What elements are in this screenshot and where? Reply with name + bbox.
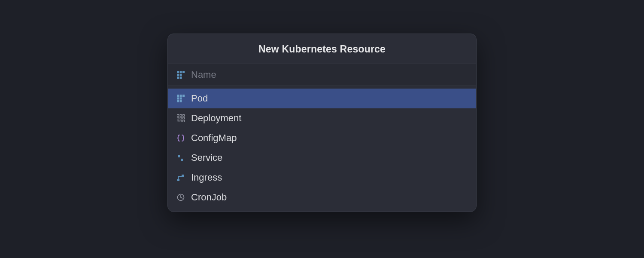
svg-rect-8 <box>180 95 182 97</box>
network-icon <box>176 173 185 182</box>
grid-icon <box>176 71 185 79</box>
svg-rect-11 <box>180 98 182 100</box>
resource-item-label: ConfigMap <box>191 132 237 144</box>
resource-item-label: Deployment <box>191 113 241 124</box>
svg-rect-24 <box>181 159 183 161</box>
svg-rect-14 <box>177 115 179 117</box>
resource-item-configmap[interactable]: ConfigMap <box>168 128 476 148</box>
dialog-title: New Kubernetes Resource <box>168 43 476 55</box>
svg-rect-7 <box>177 95 179 97</box>
resource-item-label: CronJob <box>191 192 227 203</box>
resource-item-label: Pod <box>191 93 208 104</box>
svg-rect-6 <box>180 77 182 79</box>
resource-item-label: Service <box>191 152 222 163</box>
dialog-header: New Kubernetes Resource <box>168 34 476 64</box>
resource-item-ingress[interactable]: Ingress <box>168 168 476 187</box>
clock-icon <box>176 193 185 202</box>
resource-list: Pod Deployment <box>168 86 476 212</box>
new-resource-dialog: New Kubernetes Resource <box>167 34 477 212</box>
resource-item-cronjob[interactable]: CronJob <box>168 187 476 207</box>
svg-rect-10 <box>177 98 179 100</box>
svg-rect-0 <box>177 71 179 73</box>
braces-icon <box>176 134 185 142</box>
grid-outline-icon <box>176 114 185 123</box>
name-input-row <box>168 64 476 86</box>
svg-rect-19 <box>183 117 185 119</box>
svg-rect-25 <box>177 179 179 181</box>
svg-rect-5 <box>177 77 179 79</box>
svg-rect-13 <box>180 100 182 102</box>
svg-rect-2 <box>182 71 185 73</box>
name-input[interactable] <box>191 69 468 80</box>
svg-rect-4 <box>180 74 182 76</box>
svg-rect-18 <box>180 117 182 119</box>
svg-rect-15 <box>180 115 182 117</box>
resource-item-deployment[interactable]: Deployment <box>168 108 476 128</box>
resource-item-service[interactable]: Service <box>168 148 476 168</box>
svg-rect-3 <box>177 74 179 76</box>
svg-rect-9 <box>182 95 185 97</box>
svg-rect-20 <box>177 120 179 122</box>
resource-item-pod[interactable]: Pod <box>168 89 476 108</box>
svg-rect-23 <box>178 155 180 157</box>
blocks-icon <box>176 154 185 162</box>
svg-rect-22 <box>183 120 185 122</box>
grid-icon <box>176 94 185 103</box>
svg-rect-17 <box>177 117 179 119</box>
resource-item-label: Ingress <box>191 172 222 183</box>
svg-rect-21 <box>180 120 182 122</box>
svg-rect-12 <box>177 100 179 102</box>
svg-rect-1 <box>180 71 182 73</box>
svg-rect-16 <box>183 115 185 117</box>
